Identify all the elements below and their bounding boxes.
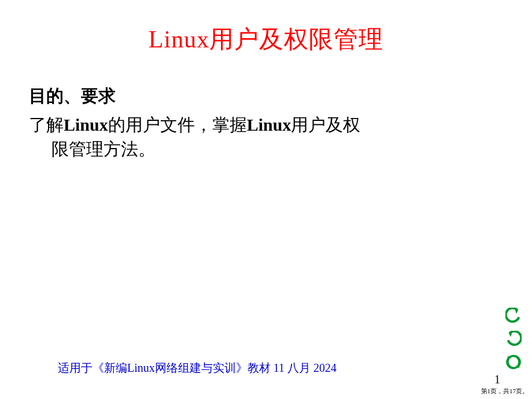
footer-suffix: 网络组建与实训》教材 11 八月 2024	[155, 361, 337, 374]
slide-title: Linux用户及权限管理	[29, 23, 503, 56]
body-text-part: 了解	[29, 115, 64, 134]
body-text-part: 用户及权	[291, 115, 360, 134]
slide-container: Linux用户及权限管理 目的、要求 了解Linux的用户文件，掌握Linux用…	[0, 0, 532, 399]
slide-body: 了解Linux的用户文件，掌握Linux用户及权 限管理方法。	[29, 113, 503, 161]
nav-icons-group	[505, 308, 522, 370]
body-text-bold: Linux	[64, 115, 108, 134]
footer-prefix: 适用于《新编	[58, 361, 127, 374]
body-text-line2: 限管理方法。	[29, 137, 156, 161]
redo-icon[interactable]	[505, 331, 522, 347]
refresh-icon[interactable]	[505, 354, 522, 370]
body-text-part: 的用户文件，掌握	[108, 115, 247, 134]
slide-subtitle: 目的、要求	[29, 84, 503, 108]
page-number: 1	[494, 373, 500, 386]
undo-icon[interactable]	[505, 308, 522, 324]
body-text-bold: Linux	[247, 115, 291, 134]
page-info: 第1页，共17页。	[481, 387, 529, 396]
slide-footer: 适用于《新编Linux网络组建与实训》教材 11 八月 2024	[58, 360, 337, 376]
footer-bold: Linux	[127, 361, 155, 374]
